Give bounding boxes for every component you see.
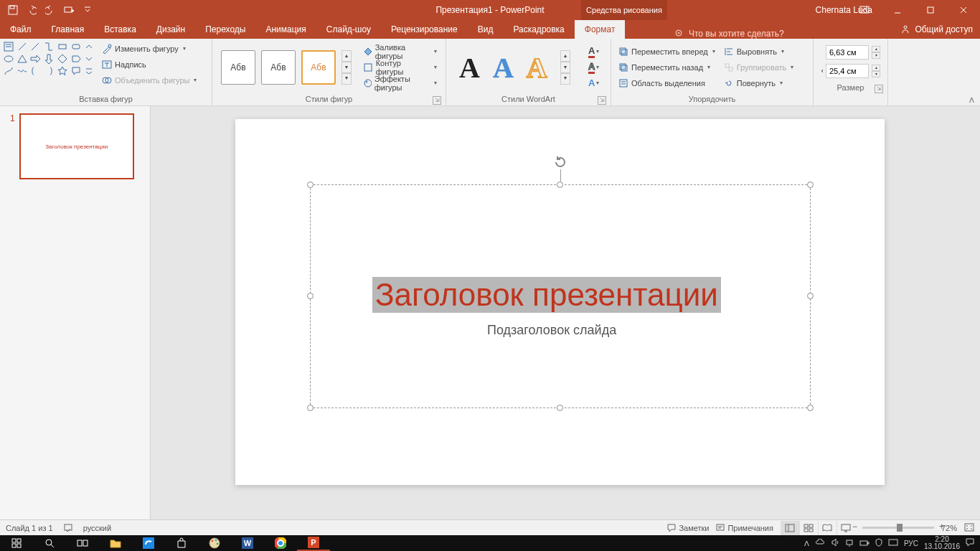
shape-star-icon[interactable] [57, 65, 68, 77]
width-up[interactable]: ▴ [872, 65, 880, 71]
comments-button[interactable]: Примечания [716, 524, 773, 532]
undo-button[interactable] [23, 1, 40, 19]
wordart-style-3[interactable]: A [527, 51, 547, 85]
task-view-button[interactable] [66, 535, 99, 551]
shape-triangle-icon[interactable] [17, 53, 28, 65]
slide-thumbnail-1[interactable]: 1 Заголовок презентации [10, 113, 140, 179]
maximize-button[interactable] [914, 0, 947, 20]
tab-home[interactable]: Главная [42, 20, 95, 39]
text-box-button[interactable]: Надпись [99, 57, 199, 72]
rotate-handle[interactable] [553, 155, 567, 169]
handle-bl[interactable] [307, 405, 314, 411]
width-down[interactable]: ▾ [872, 71, 880, 77]
text-fill-button[interactable]: A▾ [585, 44, 603, 59]
fit-to-window-button[interactable] [964, 523, 974, 533]
style-gallery-more[interactable]: ▾ [341, 73, 352, 85]
tab-view[interactable]: Вид [468, 20, 504, 39]
shape-fill-button[interactable]: Заливка фигуры▾ [362, 44, 438, 59]
handle-b[interactable] [557, 405, 563, 411]
taskbar-paint[interactable] [198, 535, 231, 551]
tray-network-icon[interactable] [845, 538, 854, 548]
slide-subtitle-text[interactable]: Подзаголовок слайда [487, 323, 616, 338]
rotate-button[interactable]: Повернуть▾ [721, 75, 797, 90]
shape-callout-icon[interactable] [70, 65, 82, 77]
shape-wave-icon[interactable] [17, 65, 28, 77]
taskbar-powerpoint[interactable]: P [297, 535, 330, 551]
shape-style-2[interactable]: Абв [261, 50, 296, 85]
shape-line2-icon[interactable] [29, 41, 41, 52]
shape-arrow-down-icon[interactable] [43, 53, 55, 65]
shape-rect-icon[interactable] [57, 41, 68, 52]
style-gallery-up[interactable]: ▴ [341, 50, 352, 62]
tray-language[interactable]: РУС [904, 540, 918, 547]
tab-insert[interactable]: Вставка [94, 20, 146, 39]
zoom-out-button[interactable]: − [852, 522, 857, 532]
shape-styles-dialog-launcher[interactable]: ⇲ [433, 96, 441, 105]
normal-view-button[interactable] [781, 521, 799, 535]
taskbar-edge[interactable] [132, 535, 165, 551]
tell-me-search[interactable]: Что вы хотите сделать? [674, 29, 784, 39]
language-indicator[interactable]: русский [83, 524, 111, 532]
shape-style-1[interactable]: Абв [221, 50, 255, 85]
slide-thumbnail[interactable]: Заголовок презентации [19, 113, 134, 179]
collapse-ribbon-button[interactable]: ᐱ [969, 96, 974, 104]
shape-arrow-right-icon[interactable] [29, 53, 41, 65]
start-from-beginning-button[interactable] [60, 1, 77, 19]
taskbar-store[interactable] [165, 535, 198, 551]
close-button[interactable] [947, 0, 980, 20]
search-button[interactable] [33, 535, 66, 551]
text-effects-button[interactable]: A▾ [585, 75, 603, 90]
tab-slideshow[interactable]: Слайд-шоу [316, 20, 381, 39]
wordart-dialog-launcher[interactable]: ⇲ [598, 96, 606, 105]
taskbar-explorer[interactable] [99, 535, 132, 551]
height-input[interactable] [826, 45, 869, 60]
tab-design[interactable]: Дизайн [146, 20, 195, 39]
shape-gallery-more[interactable] [83, 65, 95, 77]
tab-storyboard[interactable]: Раскадровка [503, 20, 574, 39]
qat-customize-button[interactable] [79, 1, 96, 19]
selection-pane-button[interactable]: Область выделения [616, 75, 718, 90]
height-up[interactable]: ▴ [872, 46, 880, 52]
tray-defender-icon[interactable] [875, 538, 882, 548]
tray-onedrive-icon[interactable] [815, 539, 825, 547]
shape-style-3[interactable]: Абв [301, 50, 336, 85]
tab-review[interactable]: Рецензирование [381, 20, 468, 39]
style-gallery-down[interactable]: ▾ [341, 62, 352, 73]
notes-button[interactable]: Заметки [667, 524, 709, 532]
tray-battery-icon[interactable] [859, 540, 870, 547]
slide-title-text[interactable]: Заголовок презентации [372, 277, 721, 313]
text-outline-button[interactable]: A▾ [585, 60, 603, 75]
tray-overflow-icon[interactable]: ᐱ [804, 540, 809, 547]
redo-button[interactable] [42, 1, 59, 19]
slide-thumbnail-pane[interactable]: 1 Заголовок презентации [0, 106, 151, 519]
zoom-in-button[interactable]: + [939, 522, 944, 532]
wa-gallery-down[interactable]: ▾ [560, 62, 570, 73]
title-textbox[interactable]: Заголовок презентации Подзаголовок слайд… [310, 184, 811, 408]
handle-tr[interactable] [807, 182, 814, 188]
shape-outline-button[interactable]: Контур фигуры▾ [362, 60, 438, 75]
shape-textbox-icon[interactable] [3, 41, 14, 52]
tab-file[interactable]: Файл [0, 20, 42, 39]
zoom-slider[interactable]: − + [862, 527, 934, 529]
taskbar-word[interactable]: W [231, 535, 264, 551]
shape-effects-button[interactable]: Эффекты фигуры▾ [362, 75, 438, 90]
slide-counter[interactable]: Слайд 1 из 1 [6, 524, 53, 532]
tab-animations[interactable]: Анимация [255, 20, 316, 39]
tray-volume-icon[interactable] [831, 538, 839, 548]
handle-r[interactable] [807, 293, 814, 299]
wordart-style-1[interactable]: A [459, 51, 480, 85]
shape-curve-icon[interactable] [3, 65, 14, 77]
taskbar-chrome[interactable] [264, 535, 297, 551]
shape-style-gallery[interactable]: Абв Абв Абв ▴ ▾ ▾ [215, 41, 357, 94]
size-dialog-launcher[interactable]: ⇲ [875, 85, 883, 93]
ribbon-display-options-button[interactable] [848, 0, 881, 20]
shape-connector-icon[interactable] [43, 41, 55, 52]
shape-gallery-scroll-up[interactable] [83, 41, 95, 52]
tab-format[interactable]: Формат [575, 20, 626, 39]
tray-clock[interactable]: 2:20 13.10.2016 [924, 536, 960, 550]
tab-transitions[interactable]: Переходы [195, 20, 255, 39]
align-button[interactable]: Выровнять▾ [721, 44, 797, 59]
handle-l[interactable] [307, 293, 314, 299]
bring-forward-button[interactable]: Переместить вперед▾ [616, 44, 718, 59]
shape-pentagon-icon[interactable] [70, 53, 82, 65]
